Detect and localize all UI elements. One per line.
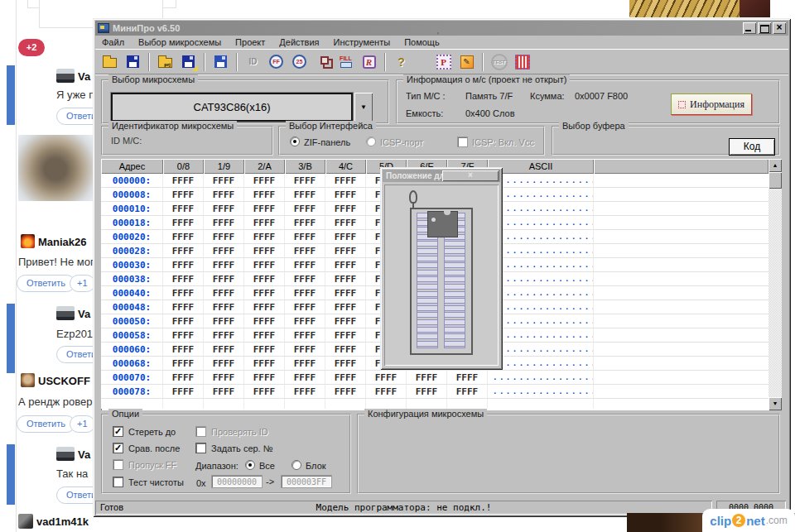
title-bar[interactable]: МиниПро v6.50 × xyxy=(95,21,788,36)
hex-value[interactable]: FFFF xyxy=(163,188,204,201)
hex-value[interactable]: FFFF xyxy=(244,244,285,257)
scroll-down-button[interactable]: ▼ xyxy=(768,397,782,410)
hex-value[interactable]: FFFF xyxy=(325,258,366,271)
vertical-scrollbar[interactable]: ▲ ▼ xyxy=(768,159,782,410)
hex-value[interactable]: FFFF xyxy=(163,343,204,356)
hex-value[interactable]: FFFF xyxy=(285,244,325,257)
comment-author[interactable]: Va xyxy=(78,70,90,83)
hex-value[interactable]: FFFF xyxy=(244,230,285,243)
menu-item[interactable]: Инструменты xyxy=(334,37,391,47)
hex-value[interactable]: FFFF xyxy=(204,357,244,370)
hex-value[interactable]: FFFF xyxy=(285,357,325,370)
hex-value[interactable]: FFFF xyxy=(163,202,204,215)
hex-value[interactable]: FFFF xyxy=(204,272,244,285)
hex-value[interactable]: FFFF xyxy=(285,300,325,314)
comment-author[interactable]: Va xyxy=(78,448,90,461)
hex-value[interactable]: FFFF xyxy=(204,286,244,300)
avatar[interactable] xyxy=(56,447,75,461)
hex-value[interactable]: FFFF xyxy=(163,286,204,300)
verify-checkbox[interactable]: ✓ xyxy=(113,443,123,453)
hex-value[interactable]: FFFF xyxy=(285,343,325,356)
close-button[interactable]: × xyxy=(773,22,786,34)
hex-value[interactable]: FFFF xyxy=(325,272,366,285)
hex-value[interactable]: FFFF xyxy=(325,343,366,356)
hex-value[interactable]: FFFF xyxy=(163,258,204,271)
comment-author[interactable]: Maniak26 xyxy=(38,236,87,248)
hex-value[interactable]: FFFF xyxy=(204,328,244,342)
hex-value[interactable]: FFFF xyxy=(163,314,204,328)
hex-value[interactable]: FFFF xyxy=(285,258,325,271)
menu-item[interactable]: Помощь xyxy=(404,37,440,47)
hex-value[interactable]: FFFF xyxy=(285,230,325,243)
hex-value[interactable]: FFFF xyxy=(204,216,244,229)
chip-combobox[interactable]: CAT93C86(x16) xyxy=(111,93,353,122)
hex-value[interactable]: FFFF xyxy=(163,371,204,384)
avatar[interactable] xyxy=(56,69,75,83)
hex-value[interactable]: FFFF xyxy=(244,188,285,201)
menu-item[interactable]: Выбор микросхемы xyxy=(138,37,221,47)
hex-value[interactable]: FFFF xyxy=(285,188,325,201)
fill-buffer-button[interactable]: FILL xyxy=(335,51,356,72)
hex-value[interactable]: FFFF xyxy=(285,314,325,328)
serial-checkbox[interactable] xyxy=(195,443,206,453)
hex-value[interactable]: FFFF xyxy=(325,174,366,187)
hex-value[interactable]: FFFF xyxy=(163,230,204,243)
hex-value[interactable]: FFFF xyxy=(244,258,285,271)
hex-value[interactable]: FFFF xyxy=(285,202,325,215)
minimize-button[interactable] xyxy=(743,22,756,34)
range-block-radio[interactable] xyxy=(292,460,301,470)
comment-author[interactable]: Va xyxy=(78,308,90,320)
menu-item[interactable]: Действия xyxy=(279,37,319,47)
hex-value[interactable]: FFFF xyxy=(325,357,366,370)
help-button[interactable]: ? xyxy=(391,51,412,72)
hex-value[interactable]: FFFF xyxy=(325,202,366,215)
hex-value[interactable]: FFFF xyxy=(325,385,366,398)
reply-button[interactable]: Ответить xyxy=(17,415,75,433)
hex-value[interactable]: FFFF xyxy=(285,174,325,187)
hex-value[interactable]: FFFF xyxy=(325,230,366,243)
hex-value[interactable]: FFFF xyxy=(325,216,366,229)
hex-value[interactable]: FFFF xyxy=(163,328,204,342)
menu-item[interactable]: Файл xyxy=(102,37,124,47)
hex-value[interactable]: FFFF xyxy=(204,202,244,215)
hex-value[interactable]: FFFF xyxy=(325,188,366,201)
menu-item[interactable]: Проект xyxy=(235,37,265,47)
copy-chip-button[interactable] xyxy=(312,51,333,72)
hex-value[interactable]: FFFF xyxy=(204,343,244,356)
hex-value[interactable]: FFFF xyxy=(325,371,366,384)
goto-address-button[interactable]: 25 xyxy=(289,51,310,72)
hex-value[interactable]: FFFF xyxy=(325,314,366,328)
program-chip-button[interactable]: P xyxy=(433,51,454,72)
hex-value[interactable]: FFFF xyxy=(163,385,204,398)
hex-value[interactable]: FFFF xyxy=(285,286,325,300)
hex-value[interactable]: FFFF xyxy=(163,272,204,285)
hex-value[interactable]: FFFF xyxy=(325,300,366,314)
popup-title-bar[interactable]: Положение для CAT93... × xyxy=(383,170,500,182)
chip-combobox-dropdown[interactable]: ▼ xyxy=(354,93,373,122)
edit-buffer-button[interactable]: ✎ xyxy=(456,51,477,72)
plus-one-button[interactable]: +1 xyxy=(70,275,95,292)
lynx-photo[interactable] xyxy=(18,135,95,201)
comment-author[interactable]: USCKOFF xyxy=(38,375,90,387)
clip2net-watermark[interactable]: clip 2 net .com xyxy=(702,509,795,532)
hex-value[interactable]: FFFF xyxy=(325,244,366,257)
hex-value[interactable]: FFFF xyxy=(204,188,244,201)
hex-value[interactable]: FFFF xyxy=(285,328,325,342)
chip-id-button[interactable]: ID xyxy=(243,51,263,72)
hex-value[interactable]: FFFF xyxy=(244,328,285,342)
hex-value[interactable]: FFFF xyxy=(204,244,244,257)
avatar[interactable] xyxy=(21,373,35,387)
hex-value[interactable]: FFFF xyxy=(244,371,285,384)
hex-value[interactable]: FFFF xyxy=(325,328,366,342)
zif-radio[interactable] xyxy=(290,137,300,146)
hex-value[interactable]: FFFF xyxy=(244,202,285,215)
hex-value[interactable]: FFFF xyxy=(285,216,325,229)
hex-value[interactable]: FFFF xyxy=(244,343,285,356)
save-file-button[interactable] xyxy=(123,51,143,72)
hex-value[interactable]: FFFF xyxy=(447,385,488,398)
hex-value[interactable]: FFFF xyxy=(447,371,488,384)
comment-author[interactable]: vad1m41k xyxy=(36,515,89,528)
blank-test-checkbox[interactable] xyxy=(113,477,123,487)
hex-value[interactable]: FFFF xyxy=(244,216,285,229)
hex-value[interactable]: FFFF xyxy=(244,385,285,398)
